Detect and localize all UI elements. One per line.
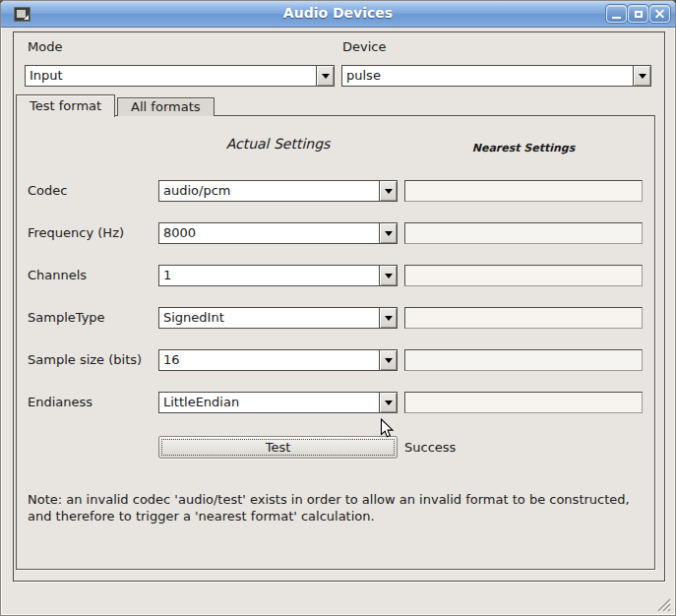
chevron-down-icon[interactable]	[633, 66, 650, 86]
form-row: Sample size (bits) 16	[17, 349, 654, 371]
down-arrow-glyph	[385, 358, 393, 363]
maximize-icon	[635, 11, 643, 18]
nearest-field	[404, 349, 643, 371]
nearest-field	[404, 222, 643, 244]
combo-value: SignedInt	[159, 308, 379, 328]
note-line-2: and therefore to trigger a 'nearest form…	[28, 508, 657, 524]
form-row: Endianess LittleEndian	[17, 392, 654, 413]
audio-devices-window: Audio Devices Mode Input Device pulse Te…	[0, 0, 676, 616]
test-button-label: Test	[266, 440, 291, 455]
down-arrow-glyph	[385, 274, 393, 278]
form-row: Channels 1	[17, 265, 654, 286]
status-text: Success	[404, 440, 456, 455]
chevron-down-icon[interactable]	[379, 350, 397, 370]
row-label: Frequency (Hz)	[28, 225, 124, 240]
nearest-field	[404, 392, 643, 413]
test-button[interactable]: Test	[158, 436, 398, 459]
down-arrow-glyph	[385, 316, 393, 321]
combo-value: audio/pcm	[159, 181, 379, 201]
device-combobox[interactable]: pulse	[341, 65, 651, 87]
actual-settings-header: Actual Settings	[158, 136, 398, 152]
down-arrow-glyph	[322, 74, 330, 79]
nearest-field	[404, 180, 643, 202]
chevron-down-icon[interactable]	[379, 308, 397, 328]
chevron-down-icon[interactable]	[316, 66, 334, 86]
row-combobox[interactable]: audio/pcm	[158, 180, 398, 202]
down-arrow-glyph	[385, 231, 393, 236]
row-label: Codec	[28, 183, 67, 198]
device-label: Device	[342, 39, 386, 54]
chevron-down-icon[interactable]	[379, 181, 397, 201]
down-arrow-glyph	[385, 400, 393, 405]
content-frame: Mode Input Device pulse Test format All …	[13, 31, 665, 582]
row-label: SampleType	[28, 310, 105, 325]
device-value: pulse	[342, 66, 633, 86]
row-label: Sample size (bits)	[28, 352, 142, 367]
tab-all-formats[interactable]: All formats	[117, 97, 214, 116]
chevron-down-icon[interactable]	[379, 223, 397, 243]
combo-value: LittleEndian	[159, 393, 379, 412]
client-area: Mode Input Device pulse Test format All …	[1, 28, 675, 615]
row-label: Channels	[28, 268, 87, 282]
minimize-icon	[612, 17, 621, 19]
titlebar[interactable]: Audio Devices	[1, 1, 675, 28]
maximize-button[interactable]	[628, 5, 648, 23]
row-label: Endianess	[28, 395, 92, 409]
row-combobox[interactable]: 16	[158, 349, 398, 371]
mouse-cursor-icon	[380, 418, 395, 440]
combo-value: 16	[159, 350, 379, 370]
note-text: Note: an invalid codec 'audio/test' exis…	[28, 491, 657, 524]
chevron-down-icon[interactable]	[379, 266, 397, 285]
combo-value: 8000	[159, 223, 379, 243]
nearest-field	[404, 265, 643, 286]
form-row: Frequency (Hz) 8000	[17, 222, 654, 244]
resize-grip[interactable]	[655, 596, 671, 612]
form-row: SampleType SignedInt	[17, 307, 654, 329]
nearest-field	[404, 307, 643, 329]
chevron-down-icon[interactable]	[379, 393, 397, 412]
row-combobox[interactable]: LittleEndian	[158, 392, 398, 413]
down-arrow-glyph	[639, 74, 646, 79]
row-combobox[interactable]: 1	[158, 265, 398, 286]
close-button[interactable]	[649, 5, 670, 23]
tab-bar: Test format All formats	[16, 93, 215, 116]
mode-value: Input	[26, 66, 316, 86]
down-arrow-glyph	[385, 189, 393, 194]
tab-test-format[interactable]: Test format	[16, 94, 115, 117]
minimize-button[interactable]	[606, 5, 627, 23]
nearest-settings-header: Nearest Settings	[404, 142, 643, 154]
test-format-pane: Actual Settings Nearest Settings Codec a…	[16, 115, 655, 570]
mode-combobox[interactable]: Input	[25, 65, 335, 87]
note-line-1: Note: an invalid codec 'audio/test' exis…	[28, 491, 657, 508]
form-row: Codec audio/pcm	[17, 180, 654, 202]
mode-label: Mode	[28, 39, 62, 54]
row-combobox[interactable]: SignedInt	[158, 307, 398, 329]
row-combobox[interactable]: 8000	[158, 222, 398, 244]
window-title: Audio Devices	[1, 5, 675, 21]
combo-value: 1	[159, 266, 379, 285]
close-icon	[654, 9, 665, 20]
